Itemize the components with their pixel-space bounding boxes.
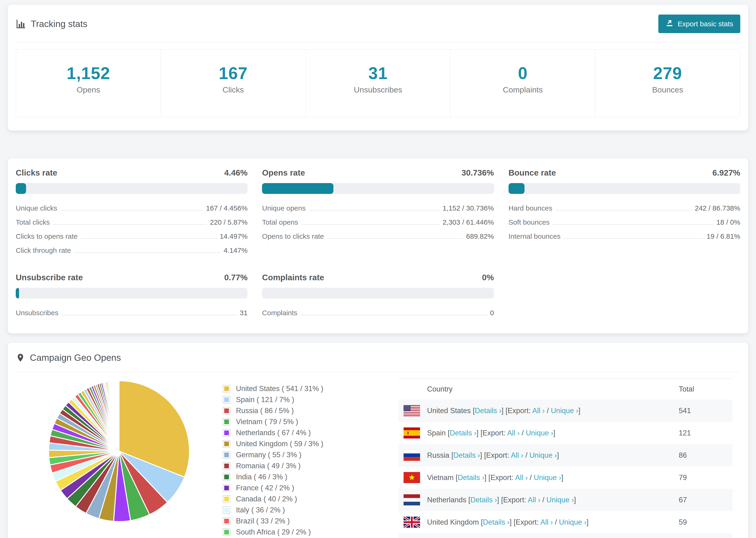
rate-row-value: 4.147% [224,246,248,254]
total-cell: 59 [679,511,733,533]
rate-progress-fill [16,288,19,298]
export-all-link-united-states[interactable]: All › [532,406,545,415]
dotted-leader [53,224,207,225]
rate-row-value: 18 / 0% [716,218,740,226]
flag-cell [399,444,427,466]
export-unique-link-netherlands[interactable]: Unique › [546,496,574,504]
rate-progress-track [262,183,494,194]
country-name: Russia [427,451,451,459]
rate-row-value: 220 / 5.87% [210,218,247,226]
legend-swatch [223,485,230,491]
summary-stats-strip: 1,152Opens167Clicks31Unsubscribes0Compla… [16,49,740,117]
details-link-netherlands[interactable]: Details › [470,496,497,504]
legend-item-canada: Canada ( 40 / 2% ) [222,495,399,503]
total-cell: 55 [679,533,733,538]
details-link-spain[interactable]: Details › [450,429,477,437]
rates-card: Clicks rate4.46%Unique clicks167 / 4.456… [8,158,748,333]
stat-label-complaints: Complaints [451,85,595,94]
rate-row-value: 31 [240,309,247,317]
legend-item-germany: Germany ( 55 / 3% ) [222,451,399,459]
dotted-leader [564,238,703,239]
export-unique-link-united-kingdom[interactable]: Unique › [559,518,586,526]
rate-row-unique-opens: Unique opens1,152 / 30.736% [262,204,494,212]
legend-swatch [223,407,230,414]
legend-item-india: India ( 46 / 3% ) [222,473,399,481]
rate-row-label: Unsubscribes [16,309,58,317]
dotted-leader [61,210,203,211]
country-name: United Kingdom [427,518,481,526]
rate-row-hard-bounces: Hard bounces242 / 86.738% [509,204,740,212]
rate-block-complaints-rate: Complaints rate0%Complaints0 [262,273,494,317]
legend-swatch [223,463,230,469]
legend-item-france: France ( 42 / 2% ) [222,484,399,492]
legend-label: India ( 46 / 3% ) [236,473,287,481]
legend-swatch [223,430,230,436]
rate-head-complaints-rate: Complaints rate0% [262,273,494,282]
export-unique-link-russia[interactable]: Unique › [529,451,557,459]
table-row-netherlands: Netherlands [Details ›] [Export: All › /… [399,489,733,511]
rate-title: Clicks rate [16,168,57,178]
export-unique-link-spain[interactable]: Unique › [526,429,553,437]
rate-progress-track [16,288,247,298]
export-unique-link-vietnam[interactable]: Unique › [534,473,561,482]
rate-head-unsubscribe-rate: Unsubscribe rate0.77% [16,273,247,282]
export-all-link-vietnam[interactable]: All › [515,473,527,482]
details-link-russia[interactable]: Details › [453,451,480,459]
dotted-leader [556,210,691,211]
rate-row-click-through-rate: Click through rate4.147% [16,246,247,254]
legend-swatch [223,418,230,425]
legend-swatch [223,529,230,535]
stat-cell-complaints: 0Complaints [451,50,595,117]
table-row-germany: Germany [Details ›] [Export: All › / Uni… [399,533,733,538]
total-cell: 67 [679,489,733,511]
rate-value: 4.46% [224,168,247,178]
rate-rows: Unique clicks167 / 4.456%Total clicks220… [16,204,247,254]
legend-item-united-kingdom: United Kingdom ( 59 / 3% ) [222,440,399,448]
export-all-link-russia[interactable]: All › [511,451,523,459]
legend-label: Russia ( 86 / 5% ) [236,406,294,415]
bar-chart-icon [16,19,26,29]
rate-row-value: 689.82% [466,232,494,241]
rate-title: Unsubscribe rate [16,273,83,282]
table-row-vietnam: Vietnam [Details ›] [Export: All › / Uni… [399,466,733,489]
export-icon [665,19,674,29]
legend-label: Vietnam ( 79 / 5% ) [236,418,298,426]
rate-head-bounce-rate: Bounce rate6.927% [509,168,740,178]
rate-value: 6.927% [712,168,740,178]
rate-title: Opens rate [262,168,305,178]
rate-row-value: 242 / 86.738% [695,204,740,212]
export-all-link-spain[interactable]: All › [507,429,519,437]
legend-swatch [223,397,230,403]
details-link-vietnam[interactable]: Details › [458,473,484,482]
rate-head-opens-rate: Opens rate30.736% [262,168,494,178]
export-unique-link-united-states[interactable]: Unique › [551,406,578,415]
rate-title: Complaints rate [262,273,324,282]
rate-block-bounce-rate: Bounce rate6.927%Hard bounces242 / 86.73… [509,168,740,254]
stat-label-clicks: Clicks [161,85,305,94]
rate-row-label: Total opens [262,218,298,226]
export-basic-stats-button[interactable]: Export basic stats [658,15,740,33]
export-all-link-united-kingdom[interactable]: All › [540,518,553,526]
stat-cell-bounces: 279Bounces [595,50,740,117]
total-cell: 79 [679,466,733,489]
legend-label: South Africa ( 29 / 2% ) [236,528,311,536]
dotted-leader [300,315,487,315]
tracking-stats-card: Tracking stats Export basic stats 1,152O… [8,5,748,131]
country-name: Netherlands [427,496,468,504]
map-pin-icon [16,352,25,363]
total-cell: 86 [679,444,733,466]
rate-block-opens-rate: Opens rate30.736%Unique opens1,152 / 30.… [262,168,494,254]
rates-grid: Clicks rate4.46%Unique clicks167 / 4.456… [16,168,740,317]
details-link-united-states[interactable]: Details › [475,406,502,415]
flag-vn-icon [404,472,420,483]
export-all-link-netherlands[interactable]: All › [528,496,540,504]
flag-es-icon [404,427,420,439]
legend-label: United States ( 541 / 31% ) [236,385,323,393]
stat-cell-opens: 1,152Opens [16,50,161,117]
dotted-leader [553,224,713,225]
rate-progress-track [262,288,494,298]
stat-cell-unsubscribes: 31Unsubscribes [306,50,451,117]
details-link-united-kingdom[interactable]: Details › [483,518,510,526]
legend-label: Canada ( 40 / 2% ) [236,495,297,503]
rate-block-clicks-rate: Clicks rate4.46%Unique clicks167 / 4.456… [16,168,247,254]
